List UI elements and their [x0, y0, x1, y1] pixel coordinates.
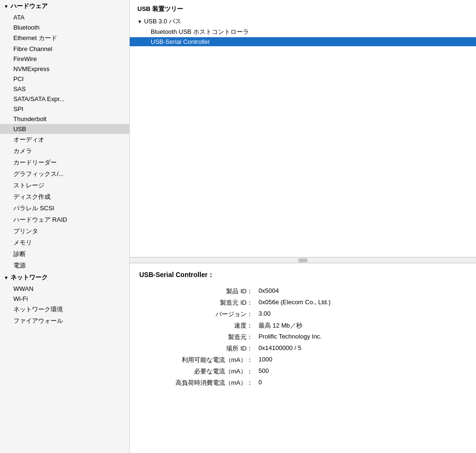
sidebar-item-ata[interactable]: ATA [0, 12, 129, 22]
hardware-triangle-icon: ▼ [4, 4, 9, 9]
tree-section-title: USB 装置ツリー [130, 0, 476, 16]
sidebar-item-cardreader[interactable]: カードリーダー [0, 157, 129, 168]
usb-bus-label: USB 3.0 バス [144, 17, 181, 26]
detail-label-3: 速度： [139, 321, 259, 330]
sidebar-item-memory[interactable]: メモリ [0, 237, 129, 248]
sidebar-item-sas[interactable]: SAS [0, 84, 129, 94]
detail-row-1: 製造元 ID： 0x056e (Elecom Co., Ltd.) [139, 299, 466, 307]
detail-value-8: 0 [259, 379, 262, 387]
detail-label-6: 利用可能な電流（mA）： [139, 356, 259, 364]
detail-row-3: 速度： 最高 12 Mb／秒 [139, 321, 466, 330]
sidebar-item-usb[interactable]: USB [0, 124, 129, 134]
hardware-group-header[interactable]: ▼ ハードウェア [0, 0, 129, 12]
sidebar-item-audio[interactable]: オーディオ [0, 134, 129, 145]
sidebar-item-scsi[interactable]: パラレル SCSI [0, 203, 129, 214]
detail-title: USB-Serial Controller： [139, 271, 466, 279]
sidebar-item-printer[interactable]: プリンタ [0, 226, 129, 237]
sidebar-item-firewire[interactable]: FireWire [0, 54, 129, 64]
detail-row-2: バージョン： 3.00 [139, 310, 466, 319]
hardware-items-list: ATA Bluetooth Ethernet カード Fibre Channel… [0, 12, 129, 271]
detail-row-5: 場所 ID： 0x14100000 / 5 [139, 344, 466, 353]
scrollbar-area[interactable] [130, 257, 476, 263]
detail-label-2: バージョン： [139, 310, 259, 319]
detail-label-1: 製造元 ID： [139, 299, 259, 307]
bluetooth-host-item[interactable]: Bluetooth USB ホストコントローラ [137, 27, 476, 37]
sidebar-item-power[interactable]: 電源 [0, 260, 129, 271]
network-group-label: ネットワーク [10, 273, 48, 282]
detail-row-6: 利用可能な電流（mA）： 1000 [139, 356, 466, 364]
detail-label-5: 場所 ID： [139, 344, 259, 353]
sidebar-item-pci[interactable]: PCI [0, 74, 129, 84]
detail-row-0: 製品 ID： 0x5004 [139, 287, 466, 296]
detail-value-5: 0x14100000 / 5 [259, 344, 301, 353]
detail-row-4: 製造元： Prolific Technology Inc. [139, 333, 466, 341]
detail-label-8: 高負荷時消費電流（mA）： [139, 379, 259, 387]
sidebar-item-storage[interactable]: ストレージ [0, 180, 129, 191]
detail-value-1: 0x056e (Elecom Co., Ltd.) [259, 299, 331, 307]
sidebar-item-disk[interactable]: ディスク作成 [0, 191, 129, 203]
network-group-header[interactable]: ▼ ネットワーク [0, 271, 129, 284]
detail-value-6: 1000 [259, 356, 272, 364]
hardware-group-label: ハードウェア [10, 2, 48, 10]
sidebar-item-sata[interactable]: SATA/SATA Expr... [0, 94, 129, 104]
usb-bus-triangle-icon: ▼ [137, 19, 142, 24]
detail-label-7: 必要な電流（mA）： [139, 367, 259, 376]
sidebar-item-graphics[interactable]: グラフィックス/... [0, 168, 129, 180]
detail-row-8: 高負荷時消費電流（mA）： 0 [139, 379, 466, 387]
detail-value-3: 最高 12 Mb／秒 [259, 321, 302, 330]
sidebar-item-bluetooth[interactable]: Bluetooth [0, 22, 129, 32]
detail-value-0: 0x5004 [259, 287, 279, 296]
usb-tree-section: USB 装置ツリー ▼ USB 3.0 バス Bluetooth USB ホスト… [130, 0, 476, 257]
sidebar: ▼ ハードウェア ATA Bluetooth Ethernet カード Fibr… [0, 0, 130, 453]
detail-row-7: 必要な電流（mA）： 500 [139, 367, 466, 376]
sidebar-item-network-env[interactable]: ネットワーク環境 [0, 304, 129, 315]
detail-value-4: Prolific Technology Inc. [259, 333, 322, 341]
detail-value-7: 500 [259, 367, 269, 376]
scrollbar-thumb[interactable] [298, 258, 308, 262]
sidebar-item-firewall[interactable]: ファイアウォール [0, 315, 129, 327]
tree-container: ▼ USB 3.0 バス Bluetooth USB ホストコントローラ USB… [130, 16, 476, 50]
network-items-list: WWAN Wi-Fi ネットワーク環境 ファイアウォール [0, 284, 129, 327]
usb-bus-header[interactable]: ▼ USB 3.0 バス [137, 16, 476, 27]
detail-label-0: 製品 ID： [139, 287, 259, 296]
detail-value-2: 3.00 [259, 310, 270, 319]
sidebar-item-diagnostics[interactable]: 診断 [0, 248, 129, 260]
sidebar-item-camera[interactable]: カメラ [0, 145, 129, 157]
detail-label-4: 製造元： [139, 333, 259, 341]
sidebar-item-raid[interactable]: ハードウェア RAID [0, 214, 129, 226]
sidebar-item-nvme[interactable]: NVMExpress [0, 64, 129, 74]
network-triangle-icon: ▼ [4, 275, 9, 280]
sidebar-item-fibre[interactable]: Fibre Channel [0, 44, 129, 54]
sidebar-item-wifi[interactable]: Wi-Fi [0, 294, 129, 304]
sidebar-item-spi[interactable]: SPI [0, 104, 129, 114]
usb-serial-controller-item[interactable]: USB-Serial Controller [130, 37, 476, 46]
sidebar-item-thunderbolt[interactable]: Thunderbolt [0, 114, 129, 124]
detail-section: USB-Serial Controller： 製品 ID： 0x5004 製造元… [130, 263, 476, 398]
main-content: USB 装置ツリー ▼ USB 3.0 バス Bluetooth USB ホスト… [130, 0, 476, 453]
sidebar-item-wwan[interactable]: WWAN [0, 284, 129, 294]
sidebar-item-ethernet[interactable]: Ethernet カード [0, 32, 129, 44]
